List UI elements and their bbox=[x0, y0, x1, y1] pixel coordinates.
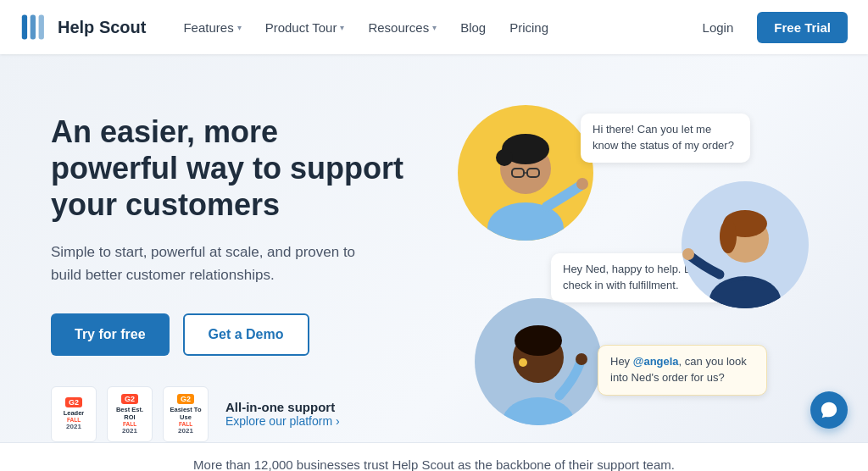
chat-icon bbox=[820, 401, 838, 419]
logo[interactable]: Help Scout bbox=[20, 12, 146, 42]
svg-point-10 bbox=[576, 178, 588, 190]
badge-title: Easiest To Use bbox=[167, 406, 204, 421]
navbar: Help Scout Features ▾ Product Tour ▾ Res… bbox=[0, 0, 868, 54]
chevron-down-icon: ▾ bbox=[340, 23, 344, 32]
try-for-free-button[interactable]: Try for free bbox=[51, 313, 170, 356]
platform-label: All-in-one support bbox=[225, 400, 340, 414]
chat-bubble-1: Hi there! Can you let me know the status… bbox=[581, 114, 750, 163]
g2-badge-leader: G2 Leader FALL 2021 bbox=[51, 386, 97, 442]
logo-text: Help Scout bbox=[58, 18, 146, 37]
nav-pricing[interactable]: Pricing bbox=[499, 14, 559, 42]
chat-fab-button[interactable] bbox=[810, 391, 848, 429]
hero-illustration: Hi there! Can you let me know the status… bbox=[441, 97, 817, 442]
nav-resources[interactable]: Resources ▾ bbox=[358, 14, 447, 42]
badges-row: G2 Leader FALL 2021 G2 Best Est. ROI FAL… bbox=[51, 386, 441, 442]
g2-badge-easiest: G2 Easiest To Use FALL 2021 bbox=[163, 386, 209, 442]
g2-label: G2 bbox=[121, 394, 138, 404]
person-illustration-2 bbox=[682, 181, 809, 308]
g2-label: G2 bbox=[65, 397, 82, 407]
chevron-down-icon: ▾ bbox=[432, 23, 437, 32]
badge-year: 2021 bbox=[178, 427, 193, 435]
hero-subheadline: Simple to start, powerful at scale, and … bbox=[51, 241, 364, 286]
badge-title: Leader bbox=[64, 409, 85, 417]
nav-features[interactable]: Features ▾ bbox=[173, 14, 251, 42]
badge-season: FALL bbox=[123, 421, 136, 427]
nav-product-tour[interactable]: Product Tour ▾ bbox=[255, 14, 355, 42]
hero-left: An easier, more powerful way to support … bbox=[51, 97, 441, 442]
badge-season: FALL bbox=[67, 417, 81, 423]
hero-content: An easier, more powerful way to support … bbox=[0, 54, 868, 442]
platform-info: All-in-one support Explore our platform … bbox=[225, 400, 340, 428]
bottom-trust-bar: More than 12,000 businesses trust Help S… bbox=[0, 442, 868, 471]
chevron-down-icon: ▾ bbox=[237, 23, 242, 32]
explore-platform-link[interactable]: Explore our platform › bbox=[225, 414, 340, 428]
badge-season: FALL bbox=[179, 421, 192, 427]
avatar-2 bbox=[682, 181, 809, 308]
trust-text: More than 12,000 businesses trust Help S… bbox=[193, 457, 675, 471]
nav-links: Features ▾ Product Tour ▾ Resources ▾ Bl… bbox=[173, 14, 692, 42]
avatar-3 bbox=[475, 298, 602, 425]
hero-section: An easier, more powerful way to support … bbox=[0, 54, 868, 471]
login-button[interactable]: Login bbox=[693, 14, 744, 42]
free-trial-button[interactable]: Free Trial bbox=[757, 12, 848, 43]
avatar-1 bbox=[458, 105, 593, 241]
svg-point-15 bbox=[720, 219, 737, 253]
nav-blog[interactable]: Blog bbox=[450, 14, 496, 42]
person-illustration-1 bbox=[458, 105, 593, 241]
chat-bubble-3: Hey @angela, can you look into Ned's ord… bbox=[598, 345, 767, 396]
g2-label: G2 bbox=[177, 394, 194, 404]
svg-rect-1 bbox=[31, 15, 36, 40]
nav-right: Login Free Trial bbox=[693, 12, 848, 43]
badge-title: Best Est. ROI bbox=[111, 406, 148, 421]
svg-point-21 bbox=[576, 353, 587, 365]
svg-point-6 bbox=[496, 149, 513, 166]
svg-point-19 bbox=[515, 325, 562, 356]
cta-buttons: Try for free Get a Demo bbox=[51, 313, 441, 356]
svg-point-17 bbox=[503, 397, 574, 425]
svg-point-16 bbox=[682, 248, 694, 260]
svg-rect-2 bbox=[39, 15, 44, 40]
badge-year: 2021 bbox=[122, 427, 137, 435]
hero-headline: An easier, more powerful way to support … bbox=[51, 114, 407, 224]
person-illustration-3 bbox=[475, 298, 602, 425]
get-demo-button[interactable]: Get a Demo bbox=[183, 313, 309, 356]
g2-badge-roi: G2 Best Est. ROI FALL 2021 bbox=[107, 386, 153, 442]
logo-icon bbox=[20, 12, 51, 42]
svg-point-20 bbox=[519, 358, 527, 367]
svg-rect-0 bbox=[22, 15, 27, 40]
badge-year: 2021 bbox=[66, 423, 81, 430]
